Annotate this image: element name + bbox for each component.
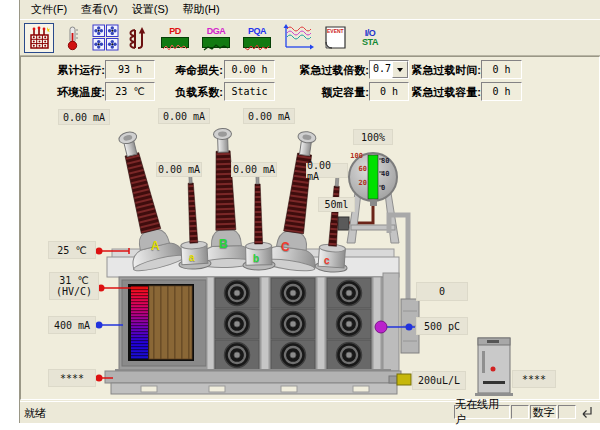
- dga-label: DGA: [207, 27, 226, 36]
- field-value-life-loss: 0.00 h: [224, 60, 275, 79]
- field-value-runtime: 93 h: [105, 60, 155, 79]
- thermometer-icon: [60, 25, 84, 51]
- overload-factor-value: 0.7: [373, 63, 391, 74]
- dga-monitor-button[interactable]: DGA: [197, 23, 235, 53]
- oil-level-label: 100%: [353, 129, 393, 145]
- status-mode: 数字: [530, 405, 557, 419]
- top-oil-temp-label: 25 ℃: [48, 241, 96, 259]
- lv-bushing-current-b: 0.00 mA: [231, 162, 277, 177]
- winding-temp-value: 31 ℃: [59, 275, 88, 286]
- dropdown-button[interactable]: [392, 61, 408, 78]
- field-value-load-factor: Static: [224, 82, 275, 101]
- cooler-state-label: 0: [416, 282, 468, 301]
- masked-right-label: ****: [512, 370, 556, 388]
- gauge-tick-20: 20: [351, 179, 367, 187]
- pd-label: PD: [169, 27, 181, 36]
- core-current-label: 400 mA: [48, 316, 96, 334]
- winding-coil-button[interactable]: [123, 23, 153, 53]
- winding-temp-label: 31 ℃ (HV/C): [49, 272, 99, 300]
- gauge-tick-40: 40: [381, 170, 397, 178]
- waves-icon: [282, 24, 314, 52]
- pd-monitor-button[interactable]: PD: [156, 23, 194, 53]
- winding-temp-note: (HV/C): [56, 286, 92, 297]
- pd-graph-icon: [161, 37, 189, 48]
- masked-left-label: ****: [48, 369, 96, 387]
- field-value-overload-time: 0 h: [481, 60, 522, 79]
- cursor-artifact-icon: [580, 406, 592, 420]
- menu-settings[interactable]: 设置(S): [125, 0, 176, 19]
- hv-bushing-current-b: 0.00 mA: [158, 108, 210, 124]
- phase-c-lv-label: c: [324, 255, 330, 266]
- status-ready-text: 就绪: [24, 406, 46, 421]
- overload-factor-select[interactable]: 0.7: [369, 60, 409, 79]
- toolbar: PD DGA PQA: [20, 19, 600, 56]
- status-bar: 就绪 无在线用户 数字: [20, 401, 600, 423]
- menu-file[interactable]: 文件(F): [24, 0, 74, 19]
- hv-bushing-current-c: 0.00 mA: [243, 108, 295, 124]
- field-label-overload-capacity: 紧急过载容量:: [399, 85, 481, 100]
- field-label-life-loss: 寿命损失:: [155, 63, 223, 78]
- io-status-button[interactable]: I/O STA: [353, 23, 387, 53]
- gas-in-oil-label: 200uL/L: [412, 371, 466, 390]
- phase-a-lv-label: a: [189, 252, 195, 263]
- field-label-overload-time: 紧急过载时间:: [411, 63, 481, 78]
- fans-icon: [92, 24, 119, 51]
- gauge-tick-0: 0: [381, 184, 397, 192]
- dga-graph-icon: [202, 37, 230, 48]
- field-value-overload-capacity: 0 h: [481, 82, 522, 101]
- hv-bushing-current-a: 0.00 mA: [58, 109, 110, 125]
- sta-label: STA: [362, 38, 378, 47]
- field-label-runtime: 累计运行:: [37, 63, 105, 78]
- transformer-icon: [27, 26, 51, 50]
- field-label-overload-factor: 紧急过载倍数:: [283, 63, 369, 78]
- phase-c-label: C: [281, 240, 290, 254]
- status-pane-empty-1: [511, 405, 529, 419]
- oil-moisture-label: 50ml: [318, 197, 355, 212]
- menu-bar: 文件(F) 查看(V) 设置(S) 帮助(H): [20, 0, 600, 19]
- coil-icon: [126, 25, 150, 51]
- waveform-button[interactable]: [279, 23, 317, 53]
- app-window: 文件(F) 查看(V) 设置(S) 帮助(H): [19, 0, 600, 423]
- lv-bushing-current-a: 0.00 mA: [156, 162, 202, 177]
- field-label-load-factor: 负载系数:: [155, 85, 223, 100]
- transformer-overview-button[interactable]: [24, 23, 54, 53]
- pqa-monitor-button[interactable]: PQA: [238, 23, 276, 53]
- menu-help[interactable]: 帮助(H): [175, 0, 226, 19]
- phase-b-lv-label: b: [253, 253, 259, 264]
- event-log-button[interactable]: EVENT: [320, 23, 350, 53]
- status-pane-empty-2: [558, 405, 576, 419]
- screenshot-root: 文件(F) 查看(V) 设置(S) 帮助(H): [0, 0, 600, 430]
- client-area: 累计运行: 93 h 寿命损失: 0.00 h 紧急过载倍数: 0.7 紧急过载…: [20, 56, 600, 400]
- partial-discharge-label: 500 pC: [416, 317, 468, 335]
- pqa-graph-icon: [243, 37, 271, 48]
- cooling-fans-button[interactable]: [90, 23, 120, 53]
- status-online-user: 无在线用户: [454, 405, 510, 419]
- gauge-tick-100: 100: [347, 152, 363, 160]
- transformer-diagram: [21, 101, 600, 400]
- temperature-button[interactable]: [57, 23, 87, 53]
- gauge-tick-60: 60: [351, 165, 367, 173]
- menu-view[interactable]: 查看(V): [74, 0, 125, 19]
- phase-b-label: B: [219, 237, 228, 251]
- pqa-label: PQA: [248, 27, 266, 36]
- phase-a-label: A: [151, 239, 160, 253]
- field-label-rated-capacity: 额定容量:: [283, 85, 369, 100]
- event-label: EVENT: [327, 28, 344, 34]
- lv-bushing-current-c: 0.00 mA: [306, 163, 348, 178]
- field-label-ambient-temp: 环境温度:: [37, 85, 105, 100]
- chevron-down-icon: [397, 68, 403, 72]
- gauge-tick-80: 80: [381, 157, 397, 165]
- field-value-ambient-temp: 23 ℃: [105, 82, 155, 101]
